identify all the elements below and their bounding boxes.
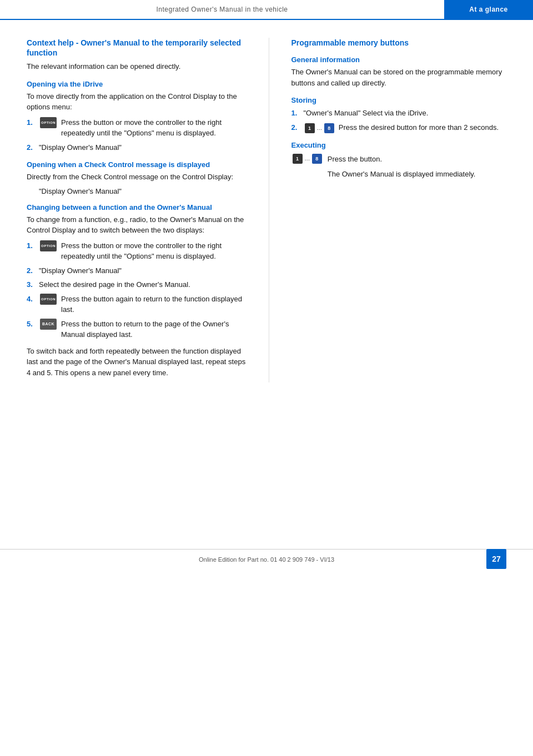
executing-memory-button-icon: 1 … 8 [293, 154, 322, 164]
step-text: "Display Owner's Manual" [39, 142, 247, 153]
general-info-body: The Owner's Manual can be stored on the … [291, 67, 511, 88]
step-number: 2. [27, 142, 39, 153]
list-item: 1. OPTION Press the button or move the c… [27, 117, 247, 139]
list-item: 4. OPTION Press the button again to retu… [27, 294, 247, 315]
btn-dots: … [304, 155, 310, 162]
step-text: Press the button to return to the page o… [61, 319, 247, 340]
footer-area: Online Edition for Part no. 01 40 2 909 … [0, 549, 533, 582]
list-item: 3. Select the desired page in the Owner'… [27, 279, 247, 290]
list-item: 2. 1 … 8 Press the desired button for mo… [291, 122, 511, 133]
column-divider [269, 38, 269, 382]
page-header: Integrated Owner's Manual in the vehicle… [0, 0, 533, 20]
right-column: Programmable memory buttons General info… [291, 38, 511, 382]
step-number: 1. [291, 108, 304, 119]
step-number: 5. [27, 319, 39, 330]
step-text: "Display Owner's Manual" [39, 265, 247, 276]
step-content: "Display Owner's Manual" [39, 142, 247, 153]
step-number: 1. [27, 240, 39, 251]
changing-steps: 1. OPTION Press the button or move the c… [27, 240, 247, 340]
page-number: 27 [486, 549, 506, 569]
list-item: 1. OPTION Press the button or move the c… [27, 240, 247, 262]
general-info-subtitle: General information [291, 56, 511, 64]
opening-idrive-body: To move directly from the application on… [27, 91, 247, 113]
step-number: 2. [291, 122, 304, 133]
context-help-title: Context help - Owner's Manual to the tem… [27, 38, 247, 58]
step-text: Press the button or move the controller … [61, 117, 247, 139]
step-content: BACK Press the button to return to the p… [39, 319, 247, 340]
step-content: 1 … 8 Press the desired button for more … [304, 122, 511, 133]
step-text: Press the desired button for more than 2… [339, 122, 511, 133]
footer: Online Edition for Part no. 01 40 2 909 … [0, 549, 533, 563]
header-section-left: Integrated Owner's Manual in the vehicle [0, 6, 444, 13]
btn-num-8: 8 [324, 123, 334, 133]
option-button-icon: OPTION [40, 117, 57, 128]
memory-button-1-8-icon: 1 … 8 [305, 122, 334, 133]
executing-step1: Press the button. [328, 154, 476, 165]
storing-steps: 1. "Owner's Manual" Select via the iDriv… [291, 108, 511, 133]
opening-idrive-steps: 1. OPTION Press the button or move the c… [27, 117, 247, 153]
option-button-icon: OPTION [40, 294, 57, 305]
executing-subtitle: Executing [291, 141, 511, 149]
storing-subtitle: Storing [291, 96, 511, 104]
back-button-icon: BACK [40, 319, 57, 330]
step-content: "Owner's Manual" Select via the iDrive. [304, 108, 511, 119]
header-left-text: Integrated Owner's Manual in the vehicle [156, 6, 288, 13]
step-content: OPTION Press the button again to return … [39, 294, 247, 315]
executing-step2: The Owner's Manual is displayed immediat… [328, 169, 476, 180]
check-control-subtitle: Opening when a Check Control message is … [27, 160, 247, 169]
left-column: Context help - Owner's Manual to the tem… [27, 38, 247, 382]
header-section-right: At a glance [444, 0, 533, 19]
step-text: Select the desired page in the Owner's M… [39, 279, 247, 290]
changing-subtitle: Changing between a function and the Owne… [27, 203, 247, 211]
btn-dots: … [316, 125, 322, 131]
footer-text: Online Edition for Part no. 01 40 2 909 … [199, 556, 334, 563]
main-content: Context help - Owner's Manual to the tem… [0, 20, 533, 394]
btn-num-1: 1 [293, 154, 303, 164]
changing-body: To change from a function, e.g., radio, … [27, 214, 247, 236]
list-item: 2. "Display Owner's Manual" [27, 265, 247, 276]
context-help-body: The relevant information can be opened d… [27, 61, 247, 72]
step-number: 3. [27, 279, 39, 290]
step-content: OPTION Press the button or move the cont… [39, 117, 247, 139]
programmable-title: Programmable memory buttons [291, 38, 511, 48]
btn-num-8: 8 [312, 154, 322, 164]
changing-footer: To switch back and forth repeatedly betw… [27, 346, 247, 379]
header-right-text: At a glance [469, 6, 508, 13]
list-item: 2. "Display Owner's Manual" [27, 142, 247, 153]
btn-num-1: 1 [305, 123, 315, 133]
step-content: Select the desired page in the Owner's M… [39, 279, 247, 290]
list-item: 1. "Owner's Manual" Select via the iDriv… [291, 108, 511, 119]
executing-text: Press the button. The Owner's Manual is … [328, 154, 476, 184]
step-content: OPTION Press the button or move the cont… [39, 240, 247, 262]
step-content: "Display Owner's Manual" [39, 265, 247, 276]
step-text: Press the button again to return to the … [61, 294, 247, 315]
list-item: 5. BACK Press the button to return to th… [27, 319, 247, 340]
option-button-icon: OPTION [40, 240, 57, 251]
opening-idrive-subtitle: Opening via the iDrive [27, 80, 247, 88]
step-number: 1. [27, 117, 39, 128]
step-number: 4. [27, 294, 39, 305]
step-number: 2. [27, 265, 39, 276]
check-control-quote: "Display Owner's Manual" [39, 187, 247, 195]
check-control-body: Directly from the Check Control message … [27, 172, 247, 183]
step-text: Press the button or move the controller … [61, 240, 247, 262]
executing-block: 1 … 8 Press the button. The Owner's Manu… [291, 154, 511, 184]
step-text: "Owner's Manual" Select via the iDrive. [304, 108, 511, 119]
